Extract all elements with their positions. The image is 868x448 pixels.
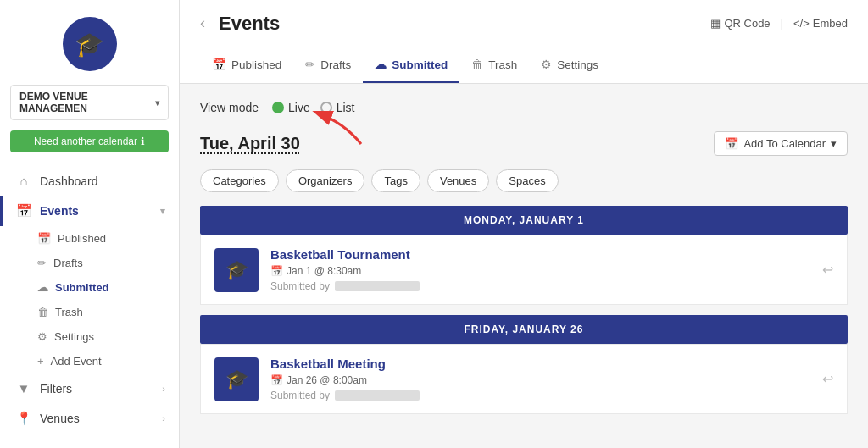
share-icon-0[interactable]: ↩ — [822, 262, 833, 278]
submitted-by-label-0: Submitted by — [270, 280, 330, 292]
day-section-0: MONDAY, JANUARY 1 🎓 Basketball Tournamen… — [200, 206, 848, 305]
qr-code-label: QR Code — [724, 17, 770, 30]
code-icon: </> — [793, 17, 810, 30]
filter-tags[interactable]: Tags — [371, 169, 420, 192]
pin-icon: 📍 — [16, 411, 31, 426]
qr-code-button[interactable]: ▦ QR Code — [710, 17, 770, 30]
main-content: ‹ Events ▦ QR Code | </> Embed 📅 Publish… — [180, 0, 868, 448]
submitted-by-value-1 — [335, 390, 420, 401]
qr-icon: ▦ — [710, 17, 721, 30]
filter-venues[interactable]: Venues — [427, 169, 489, 192]
chevron-right-icon: › — [162, 384, 165, 394]
sidebar-label-add-event: Add Event — [51, 355, 102, 368]
app-logo: 🎓 — [63, 17, 117, 71]
sidebar-item-submitted[interactable]: ☁ Submitted — [0, 275, 179, 300]
day-header-1: FRIDAY, JANUARY 26 — [200, 315, 848, 344]
add-calendar-chevron: ▾ — [831, 137, 837, 150]
calendar-btn-icon: 📅 — [725, 137, 738, 150]
sidebar-item-venues[interactable]: 📍 Venues › — [0, 403, 179, 434]
cloud-icon: ☁ — [37, 281, 48, 294]
main-header: ‹ Events ▦ QR Code | </> Embed — [180, 0, 868, 47]
embed-button[interactable]: </> Embed — [793, 17, 848, 30]
calendar-small-icon: 📅 — [37, 232, 51, 245]
add-to-calendar-button[interactable]: 📅 Add To Calendar ▾ — [714, 131, 848, 156]
date-section: Tue, April 30 📅 Add To Calendar ▾ — [200, 131, 848, 156]
event-date-0: 📅 Jan 1 @ 8:30am — [270, 265, 810, 277]
events-sub-nav: 📅 Published ✏ Drafts ☁ Submitted 🗑 Trash… — [0, 226, 179, 373]
tab-trash-icon: 🗑 — [471, 58, 483, 71]
tab-published-label: Published — [231, 58, 281, 71]
view-mode-label: View mode — [200, 101, 259, 114]
sidebar-label-drafts: Drafts — [53, 257, 83, 269]
view-mode-live[interactable]: Live — [272, 101, 310, 114]
filter-organizers[interactable]: Organizers — [286, 169, 365, 192]
sidebar-item-filters[interactable]: ▼ Filters › — [0, 373, 179, 403]
event-submitted-1: Submitted by — [270, 390, 810, 401]
sidebar-label-events: Events — [40, 204, 79, 218]
radio-live-dot — [272, 102, 284, 113]
event-thumbnail-1: 🎓 — [214, 357, 259, 401]
filter-spaces[interactable]: Spaces — [496, 169, 558, 192]
content-area: View mode Live List — [180, 84, 868, 448]
gear-icon: ⚙ — [37, 330, 47, 343]
submitted-by-value-0 — [335, 281, 420, 291]
sidebar-item-drafts[interactable]: ✏ Drafts — [0, 251, 179, 275]
calendar-date-icon: 📅 — [270, 265, 283, 277]
sidebar-item-events[interactable]: 📅 Events ▾ — [0, 196, 179, 226]
day-header-0: MONDAY, JANUARY 1 — [200, 206, 848, 235]
sidebar-label-venues: Venues — [40, 412, 80, 425]
tab-published[interactable]: 📅 Published — [200, 47, 293, 83]
venue-name: DEMO VENUE MANAGEMEN — [19, 91, 155, 114]
filter-categories[interactable]: Categories — [200, 169, 279, 192]
sidebar-item-dashboard[interactable]: ⌂ Dashboard — [0, 166, 179, 196]
radio-list-circle — [320, 102, 332, 113]
home-icon: ⌂ — [16, 174, 31, 188]
tabs-bar: 📅 Published ✏ Drafts ☁ Submitted 🗑 Trash… — [180, 47, 868, 84]
sidebar-item-add-event[interactable]: + Add Event — [0, 349, 179, 373]
sidebar-item-trash[interactable]: 🗑 Trash — [0, 300, 179, 324]
tab-settings-label: Settings — [557, 58, 598, 71]
page-title: Events — [219, 13, 280, 35]
event-date-1: 📅 Jan 26 @ 8:00am — [270, 374, 810, 386]
tab-submitted-icon: ☁ — [375, 58, 387, 71]
tab-published-icon: 📅 — [212, 58, 226, 71]
view-mode-live-label: Live — [288, 101, 310, 114]
tab-drafts-icon: ✏ — [305, 58, 315, 71]
view-mode-list-label: List — [337, 101, 355, 114]
chevron-up-icon: ▾ — [160, 206, 165, 217]
table-row: 🎓 Basketball Meeting 📅 Jan 26 @ 8:00am S… — [200, 344, 848, 414]
sidebar-label-published: Published — [58, 232, 106, 245]
event-thumbnail-0: 🎓 — [214, 248, 259, 292]
sidebar-item-settings[interactable]: ⚙ Settings — [0, 324, 179, 349]
calendar-date-icon-1: 📅 — [270, 374, 283, 386]
filter-icon: ▼ — [16, 381, 31, 395]
need-calendar-button[interactable]: Need another calendar ℹ — [10, 130, 169, 152]
day-section-1: FRIDAY, JANUARY 26 🎓 Basketball Meeting … — [200, 315, 848, 414]
tab-submitted[interactable]: ☁ Submitted — [363, 47, 459, 83]
sidebar-logo: 🎓 — [0, 0, 179, 85]
tab-settings[interactable]: ⚙ Settings — [529, 47, 610, 83]
event-date-value-0: Jan 1 @ 8:30am — [287, 265, 361, 277]
venue-selector[interactable]: DEMO VENUE MANAGEMEN ▾ — [10, 85, 169, 120]
tab-settings-icon: ⚙ — [541, 58, 552, 71]
view-mode-row: View mode Live List — [200, 101, 848, 114]
info-icon: ℹ — [141, 136, 145, 147]
sidebar-item-published[interactable]: 📅 Published — [0, 226, 179, 251]
collapse-sidebar-button[interactable]: ‹ — [200, 14, 205, 32]
header-actions: ▦ QR Code | </> Embed — [710, 17, 848, 30]
share-icon-1[interactable]: ↩ — [822, 371, 833, 387]
sidebar-label-settings: Settings — [54, 330, 94, 343]
table-row: 🎓 Basketball Tournament 📅 Jan 1 @ 8:30am… — [200, 235, 848, 305]
calendar-icon: 📅 — [16, 203, 31, 218]
sidebar-nav: ⌂ Dashboard 📅 Events ▾ 📅 Published ✏ Dra… — [0, 166, 179, 448]
tab-trash[interactable]: 🗑 Trash — [459, 47, 529, 83]
tab-drafts[interactable]: ✏ Drafts — [293, 47, 363, 83]
edit-icon: ✏ — [37, 257, 47, 269]
event-title-0[interactable]: Basketball Tournament — [270, 247, 810, 262]
chevron-right-icon-2: › — [162, 413, 165, 423]
view-mode-options: Live List — [272, 101, 354, 114]
event-title-1[interactable]: Basketball Meeting — [270, 357, 810, 371]
sidebar-label-filters: Filters — [40, 382, 72, 395]
view-mode-list[interactable]: List — [320, 101, 355, 114]
sidebar-label-dashboard: Dashboard — [40, 174, 98, 188]
